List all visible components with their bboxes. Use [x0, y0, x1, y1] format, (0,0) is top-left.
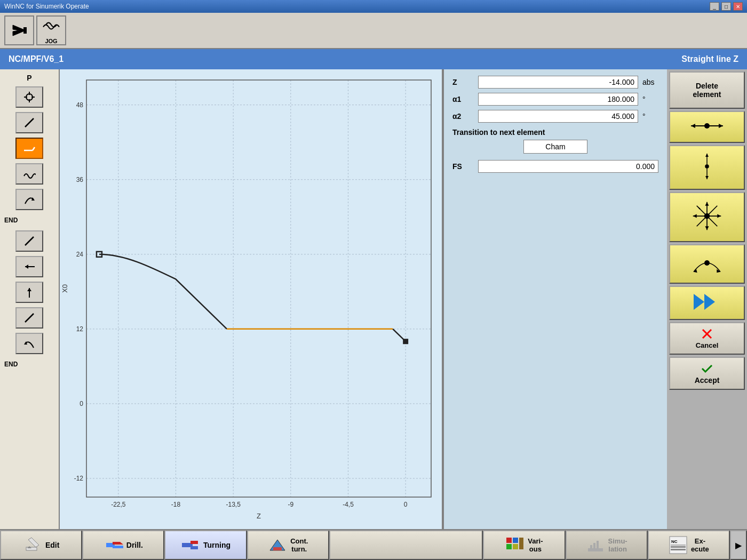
svg-rect-53 — [190, 546, 198, 549]
titlebar: WinNC for Sinumerik Operate _ □ ✕ — [0, 0, 747, 13]
transition-value[interactable]: Cham — [523, 140, 587, 154]
sidebar-row2 — [12, 110, 46, 135]
vertical-arrow-button[interactable] — [669, 145, 745, 190]
svg-rect-61 — [588, 548, 603, 551]
svg-line-16 — [25, 314, 34, 322]
svg-rect-48 — [113, 546, 120, 548]
edit-icon — [23, 535, 42, 555]
minimize-button[interactable]: _ — [710, 2, 719, 11]
diagonal-up-button[interactable] — [15, 230, 43, 252]
simulation-label: Simu- lation — [608, 537, 627, 553]
window-controls[interactable]: _ □ ✕ — [710, 2, 743, 11]
arrow-mode-button[interactable] — [4, 15, 34, 45]
maximize-button[interactable]: □ — [721, 2, 731, 11]
cancel-button[interactable]: Cancel — [669, 322, 745, 355]
svg-marker-31 — [705, 202, 709, 206]
svg-rect-68 — [671, 546, 686, 548]
horizontal-line-button[interactable] — [15, 138, 43, 159]
sidebar-top: P — [0, 69, 59, 214]
app-title: WinNC for Sinumerik Operate — [4, 3, 89, 10]
operation-title: Straight line Z — [681, 54, 738, 64]
fast-forward-button[interactable] — [669, 286, 745, 320]
svg-rect-64 — [597, 541, 599, 548]
end-label-2: END — [0, 358, 59, 370]
sidebar-row-arc2 — [12, 331, 46, 356]
svg-rect-62 — [590, 545, 592, 548]
chart-canvas — [60, 69, 442, 529]
main-area: P — [0, 69, 747, 529]
a1-value[interactable]: 180.000 — [478, 93, 638, 106]
sidebar-row-diag3 — [12, 305, 46, 331]
svg-rect-55 — [273, 547, 282, 550]
left-arrow-button[interactable] — [15, 256, 43, 277]
bottom-bar: Edit Drill. Turning — [0, 529, 747, 560]
a1-param-row: α1 180.000 ° — [452, 93, 658, 106]
a1-label: α1 — [452, 95, 474, 103]
turning-button[interactable]: Turning — [164, 530, 247, 560]
cross-arrows-button[interactable] — [669, 192, 745, 242]
delete-label: Delete element — [693, 82, 721, 99]
various-label: Vari- ous — [528, 537, 543, 553]
sidebar-p-label: P — [22, 71, 36, 84]
fs-label: FS — [452, 162, 474, 171]
sidebar-row-left — [12, 254, 46, 279]
svg-marker-21 — [719, 124, 723, 128]
a1-unit: ° — [642, 95, 658, 103]
turning-icon — [181, 535, 200, 555]
svg-rect-56 — [506, 538, 512, 543]
wave-button[interactable] — [15, 163, 43, 185]
sidebar-row-diag2 — [12, 228, 46, 254]
svg-rect-1 — [23, 27, 27, 34]
drill-button[interactable]: Drill. — [82, 530, 164, 560]
z-label: Z — [452, 78, 474, 86]
toolbar: JOG — [0, 13, 747, 49]
svg-rect-43 — [26, 547, 37, 550]
drill-icon — [104, 535, 123, 555]
turning-label: Turning — [203, 541, 231, 549]
diagonal-line-button[interactable] — [15, 112, 43, 133]
arc-ccw-button[interactable] — [15, 333, 43, 354]
simulation-button[interactable]: Simu- lation — [566, 530, 648, 560]
execute-button[interactable]: NC Ex- ecute — [648, 530, 730, 560]
z-value[interactable]: -14.000 — [478, 76, 638, 89]
svg-marker-34 — [697, 206, 701, 210]
sidebar: P — [0, 69, 60, 529]
diagonal-right-button[interactable] — [15, 307, 43, 329]
a2-value[interactable]: 45.000 — [478, 110, 638, 123]
fs-param-row: FS 0.000 — [452, 160, 658, 173]
arc-cw-button[interactable] — [15, 189, 43, 210]
svg-marker-29 — [717, 214, 721, 218]
scroll-right-button[interactable]: ▶ — [730, 530, 747, 560]
params-panel: Z -14.000 abs α1 180.000 ° α2 45.000 ° T… — [443, 69, 667, 529]
sidebar-row1 — [12, 84, 46, 110]
svg-rect-47 — [113, 542, 120, 545]
svg-marker-32 — [705, 226, 709, 230]
fs-value[interactable]: 0.000 — [478, 160, 658, 173]
cont-turn-button[interactable]: Cont. turn. — [247, 530, 329, 560]
accept-button[interactable]: Accept — [669, 357, 745, 390]
svg-rect-52 — [190, 541, 198, 544]
svg-marker-28 — [693, 214, 697, 218]
svg-line-9 — [33, 147, 35, 150]
close-button[interactable]: ✕ — [733, 2, 743, 11]
edit-button[interactable]: Edit — [0, 530, 82, 560]
svg-rect-63 — [593, 543, 595, 548]
delete-element-button[interactable]: Delete element — [669, 71, 745, 109]
various-button[interactable]: Vari- ous — [483, 530, 565, 560]
arc-transition-button[interactable] — [669, 244, 745, 284]
file-path: NC/MPF/V6_1 — [9, 54, 681, 64]
svg-rect-60 — [519, 538, 523, 549]
edit-label: Edit — [45, 541, 59, 549]
crosshair-button[interactable] — [15, 86, 43, 108]
z-unit: abs — [642, 78, 658, 86]
jog-button[interactable]: JOG — [36, 15, 66, 45]
svg-marker-20 — [691, 124, 695, 128]
svg-marker-44 — [28, 538, 39, 547]
execute-label: Ex- ecute — [691, 537, 709, 553]
svg-marker-13 — [25, 265, 28, 269]
svg-marker-25 — [705, 176, 709, 179]
sidebar-row3 — [12, 135, 46, 161]
up-arrow-button[interactable] — [15, 282, 43, 303]
horizontal-arrow-button[interactable] — [669, 111, 745, 143]
various-icon — [505, 535, 525, 555]
